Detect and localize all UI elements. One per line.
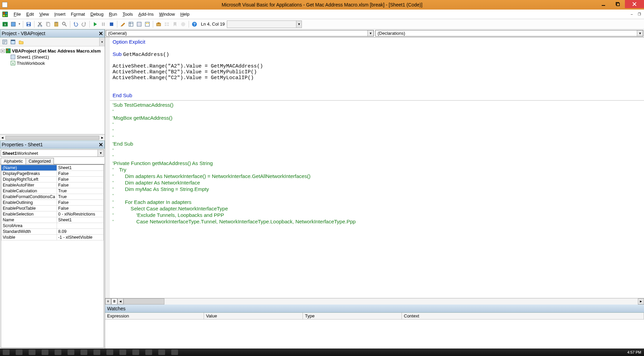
scroll-thumb[interactable] (123, 298, 164, 305)
procedure-combo[interactable]: (Declarations) ▼ (375, 30, 643, 36)
property-row[interactable]: (Name)Sheet1 (1, 165, 104, 171)
project-explorer-button[interactable] (127, 20, 135, 28)
property-value[interactable]: Sheet1 (57, 165, 103, 171)
cut-button[interactable] (36, 20, 44, 28)
toggle-folders-icon[interactable] (18, 39, 25, 45)
full-module-view-button[interactable]: ≣ (111, 298, 117, 305)
object-browser-button[interactable] (144, 20, 151, 28)
property-value[interactable]: False (57, 182, 103, 188)
menu-format[interactable]: Format (68, 10, 88, 18)
taskbar-clock[interactable]: 4:57 PM (627, 350, 641, 354)
redo-button[interactable] (80, 20, 88, 28)
property-value[interactable]: False (57, 206, 103, 211)
help-button[interactable]: ? (191, 20, 198, 28)
project-panel-close-button[interactable]: ✕ (99, 30, 103, 37)
scroll-left-icon[interactable]: ◄ (1, 136, 4, 139)
vba-help-button[interactable] (179, 20, 187, 28)
taskbar-app-icon[interactable] (93, 350, 100, 355)
reset-button[interactable] (108, 20, 115, 28)
menu-view[interactable]: View (36, 10, 52, 18)
taskbar-app-icon[interactable] (145, 350, 152, 355)
property-value[interactable]: True (57, 194, 103, 200)
project-toolbar-overflow[interactable]: ▾ (99, 38, 105, 46)
taskbar-app-icon[interactable] (171, 350, 178, 355)
taskbar-app-icon[interactable] (29, 350, 35, 355)
menu-insert[interactable]: Insert (52, 10, 68, 18)
property-value[interactable] (57, 223, 103, 229)
property-row[interactable]: DisplayRightToLeftFalse (1, 177, 104, 182)
property-row[interactable]: EnableFormatConditionsCaTrue (1, 194, 104, 200)
property-row[interactable]: EnablePivotTableFalse (1, 206, 104, 211)
taskbar-app-icon[interactable] (68, 350, 74, 355)
menu-window[interactable]: Window (156, 10, 177, 18)
tab-alphabetic[interactable]: Alphabetic (1, 158, 26, 164)
view-excel-button[interactable]: X (1, 20, 9, 28)
window-minimize-button[interactable] (596, 0, 611, 8)
watches-body[interactable] (105, 320, 644, 348)
property-value[interactable]: False (57, 171, 103, 177)
tab-categorized[interactable]: Categorized (26, 158, 54, 164)
toggle-bookmark-button[interactable] (171, 20, 179, 28)
taskbar-app-icon[interactable] (158, 350, 165, 355)
property-value[interactable]: False (57, 177, 103, 182)
watches-col-type[interactable]: Type (303, 313, 402, 319)
tree-collapse-icon[interactable]: − (1, 49, 5, 53)
undo-button[interactable] (72, 20, 79, 28)
scroll-right-icon[interactable]: ► (638, 298, 644, 305)
project-hscrollbar[interactable]: ◄ ► (0, 134, 105, 140)
taskbar-app-icon[interactable] (55, 350, 61, 355)
procedure-view-button[interactable]: ≡ (105, 298, 111, 305)
property-row[interactable]: ScrollArea (1, 223, 104, 229)
menu-run[interactable]: Run (106, 10, 120, 18)
scroll-left-icon[interactable]: ◄ (117, 298, 123, 305)
watches-col-value[interactable]: Value (204, 313, 303, 319)
watches-col-context[interactable]: Context (402, 313, 644, 319)
properties-object-combo[interactable]: Sheet1 Worksheet ▼ (1, 149, 104, 157)
toolbar-empty-combo[interactable]: ▼ (227, 20, 302, 28)
menu-edit[interactable]: Edit (24, 10, 36, 18)
properties-grid[interactable]: (Name)Sheet1DisplayPageBreaksFalseDispla… (1, 164, 104, 348)
taskbar-app-icon[interactable] (119, 350, 126, 355)
menu-tools[interactable]: Tools (120, 10, 135, 18)
property-row[interactable]: DisplayPageBreaksFalse (1, 171, 104, 177)
copy-button[interactable] (44, 20, 52, 28)
property-row[interactable]: EnableAutoFilterFalse (1, 182, 104, 188)
break-button[interactable] (100, 20, 107, 28)
property-value[interactable]: 0 - xlNoRestrictions (57, 211, 103, 217)
view-code-icon[interactable] (1, 39, 8, 45)
code-hscrollbar[interactable]: ≡ ≣ ◄ ► (105, 298, 644, 304)
scroll-right-icon[interactable]: ► (101, 136, 104, 139)
window-close-button[interactable] (625, 0, 644, 8)
property-row[interactable]: EnableSelection0 - xlNoRestrictions (1, 211, 104, 217)
properties-panel-close-button[interactable]: ✕ (99, 142, 103, 148)
toolbox-button[interactable] (155, 20, 162, 28)
property-row[interactable]: EnableCalculationTrue (1, 188, 104, 194)
find-button[interactable] (61, 20, 68, 28)
run-button[interactable] (91, 20, 99, 28)
property-value[interactable]: -1 - xlSheetVisible (57, 235, 103, 240)
menu-addins[interactable]: Add-Ins (136, 10, 157, 18)
property-row[interactable]: Visible-1 - xlSheetVisible (1, 235, 104, 240)
save-button[interactable] (25, 20, 32, 28)
property-value[interactable]: Sheet1 (57, 217, 103, 223)
properties-window-button[interactable] (135, 20, 143, 28)
scroll-thumb[interactable] (5, 136, 99, 140)
property-value[interactable]: False (57, 200, 103, 206)
project-tree[interactable]: − VBAProject (Get Mac Address Macro.xlsm… (0, 46, 105, 134)
menu-debug[interactable]: Debug (88, 10, 106, 18)
property-row[interactable]: StandardWidth8.09 (1, 229, 104, 235)
start-button[interactable] (3, 350, 10, 355)
app-sysmenu-icon[interactable] (2, 2, 8, 8)
taskbar-app-icon[interactable] (80, 350, 87, 355)
design-mode-button[interactable] (119, 20, 127, 28)
property-value[interactable]: 8.09 (57, 229, 103, 235)
menu-help[interactable]: Help (178, 10, 192, 18)
insert-dropdown[interactable]: ▼ (18, 23, 21, 26)
property-row[interactable]: EnableOutliningFalse (1, 200, 104, 206)
property-value[interactable]: True (57, 188, 103, 194)
window-restore-button[interactable] (611, 0, 625, 8)
property-row[interactable]: NameSheet1 (1, 217, 104, 223)
mdi-restore-button[interactable]: ❐ (636, 12, 643, 17)
taskbar-app-icon[interactable] (132, 350, 139, 355)
taskbar-app-icon[interactable] (16, 350, 23, 355)
